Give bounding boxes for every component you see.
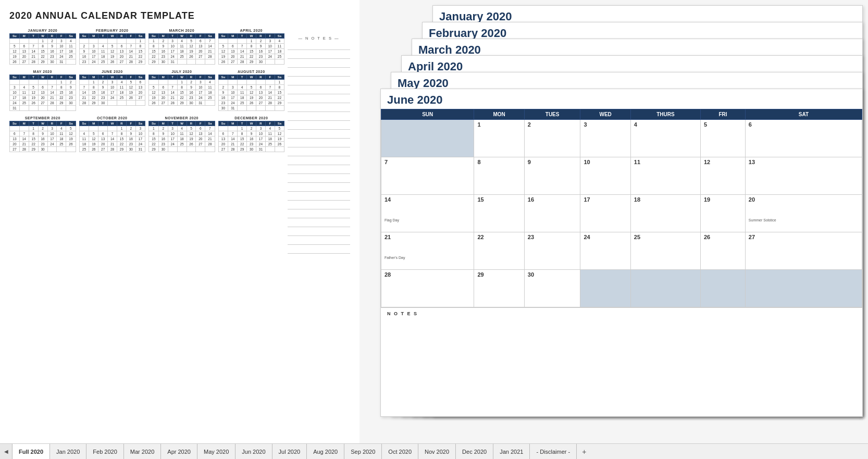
- mini-cal-title: DECEMBER 2020: [218, 116, 285, 120]
- mini-cal-table: SuMTWRFSa1234567891011121314151617181920…: [79, 75, 146, 106]
- june-header-cell: MON: [474, 109, 524, 120]
- notes-line: [288, 52, 350, 59]
- june-header-cell: WED: [580, 109, 630, 120]
- june-day-cell: 1: [474, 120, 524, 157]
- june-day-cell: [580, 270, 630, 307]
- notes-line: [288, 211, 350, 218]
- june-day-cell: 10: [580, 157, 630, 195]
- notes-line: [288, 193, 350, 201]
- tab-item-dec-2020[interactable]: Dec 2020: [456, 444, 493, 459]
- notes-line: [288, 149, 350, 156]
- mini-cal-title: APRIL 2020: [218, 29, 285, 32]
- event-fathers-day: Father's Day: [385, 256, 470, 259]
- tab-item-feb-2020[interactable]: Feb 2020: [86, 444, 123, 459]
- tab-item-jan-2020[interactable]: Jan 2020: [50, 444, 86, 459]
- june-day-cell: [381, 120, 474, 157]
- june-day-cell: 24: [580, 232, 630, 270]
- stacked-monthly-cal: June 2020SUNMONTUESWEDTHURSFRISAT1234567…: [380, 89, 863, 417]
- mini-cal-title: SEPTEMBER 2020: [9, 116, 76, 120]
- notes-line: [288, 60, 350, 68]
- june-day-cell: 13: [745, 157, 862, 195]
- tab-item-full-2020[interactable]: Full 2020: [13, 444, 50, 459]
- mini-cal-table: SuMTWRFSa1234567891011121314151617181920…: [9, 33, 76, 65]
- june-day-cell: 5: [701, 120, 746, 157]
- tab-item-nov-2020[interactable]: Nov 2020: [418, 444, 456, 459]
- tab-item---disclaimer--[interactable]: - Disclaimer -: [530, 444, 577, 459]
- mini-calendar: NOVEMBER 2020SuMTWRFSa123456789101112131…: [148, 116, 215, 152]
- notes-line: [288, 220, 350, 227]
- june-day-cell: 30: [524, 270, 580, 307]
- mini-cal-title: FEBRUARY 2020: [79, 29, 146, 32]
- notes-line: [288, 43, 350, 50]
- june-day-cell: 16: [524, 195, 580, 232]
- left-panel: 2020 ANNUAL CALENDAR TEMPLATE JANUARY 20…: [0, 0, 359, 443]
- june-header-cell: THURS: [630, 109, 700, 120]
- mini-calendar: SEPTEMBER 2020SuMTWRFSa12345678910111213…: [9, 116, 76, 152]
- june-day-cell: 19: [701, 195, 746, 232]
- june-day-cell: 23: [524, 232, 580, 270]
- months-row: MAY 2020SuMTWRFSa12345678910111213141516…: [9, 70, 284, 111]
- mini-calendar: OCTOBER 2020SuMTWRFSa1234567891011121314…: [79, 116, 146, 152]
- notes-line: [288, 122, 350, 130]
- june-day-cell: 4: [630, 120, 700, 157]
- june-day-cell: [745, 270, 862, 307]
- mini-cal-table: SuMTWRFSa1234567891011121314151617181920…: [148, 33, 215, 65]
- tab-item-jun-2020[interactable]: Jun 2020: [235, 444, 272, 459]
- tab-add-button[interactable]: +: [577, 444, 591, 459]
- june-day-cell: 2: [524, 120, 580, 157]
- june-day-cell: 14Flag Day: [381, 195, 474, 232]
- mini-calendar: JUNE 2020SuMTWRFSa1234567891011121314151…: [79, 70, 146, 111]
- tab-item-jul-2020[interactable]: Jul 2020: [272, 444, 307, 459]
- event-flag-day: Flag Day: [385, 218, 470, 222]
- june-day-cell: 6: [745, 120, 862, 157]
- tab-bar: ◀ Full 2020Jan 2020Feb 2020Mar 2020Apr 2…: [0, 443, 868, 459]
- notes-line: [288, 105, 350, 112]
- notes-lines: [288, 43, 350, 254]
- tab-item-may-2020[interactable]: May 2020: [197, 444, 235, 459]
- tab-item-jan-2021[interactable]: Jan 2021: [493, 444, 530, 459]
- notes-line: [288, 167, 350, 174]
- june-day-cell: [701, 270, 746, 307]
- right-panel: January 2020SUNMONTUESWEDTHURSFRISATFebr…: [359, 0, 868, 443]
- mini-calendar: APRIL 2020SuMTWRFSa123456789101112131415…: [218, 29, 285, 65]
- june-day-cell: 17: [580, 195, 630, 232]
- june-table: SUNMONTUESWEDTHURSFRISAT1234567891011121…: [381, 109, 862, 307]
- mini-cal-table: SuMTWRFSa1234567891011121314151617181920…: [218, 121, 285, 152]
- tab-item-mar-2020[interactable]: Mar 2020: [124, 444, 161, 459]
- june-day-cell: 8: [474, 157, 524, 195]
- june-header-cell: SUN: [381, 109, 474, 120]
- notes-line: [288, 96, 350, 103]
- notes-col: — N O T E S —: [288, 29, 350, 254]
- mini-cal-title: JANUARY 2020: [9, 29, 76, 32]
- main-area: 2020 ANNUAL CALENDAR TEMPLATE JANUARY 20…: [0, 0, 868, 443]
- tab-item-aug-2020[interactable]: Aug 2020: [307, 444, 344, 459]
- notes-line: [288, 69, 350, 77]
- june-day-cell: 7: [381, 157, 474, 195]
- notes-line: [288, 176, 350, 183]
- notes-label: — N O T E S —: [288, 36, 350, 41]
- mini-calendar: JULY 2020SuMTWRFSa1234567891011121314151…: [148, 70, 215, 111]
- tab-item-oct-2020[interactable]: Oct 2020: [382, 444, 418, 459]
- june-day-cell: 12: [701, 157, 746, 195]
- mini-cal-table: SuMTWRFSa1234567891011121314151617181920…: [9, 121, 76, 152]
- mini-cal-title: NOVEMBER 2020: [148, 116, 215, 120]
- mini-cal-title: MARCH 2020: [148, 29, 215, 32]
- tab-item-sep-2020[interactable]: Sep 2020: [344, 444, 382, 459]
- notes-line: [288, 87, 350, 94]
- annual-title: 2020 ANNUAL CALENDAR TEMPLATE: [9, 10, 350, 21]
- june-day-cell: 26: [701, 232, 746, 270]
- mini-cal-table: SuMTWRFSa1234567891011121314151617181920…: [9, 75, 76, 111]
- tab-item-apr-2020[interactable]: Apr 2020: [161, 444, 197, 459]
- june-day-cell: 21Father's Day: [381, 232, 474, 270]
- mini-cal-table: SuMTWRFSa1234567891011121314151617181920…: [148, 75, 215, 106]
- june-notes-bar: N O T E S: [381, 307, 862, 344]
- june-header-cell: TUES: [524, 109, 580, 120]
- mini-cal-table: SuMTWRFSa1234567891011121314151617181920…: [218, 33, 285, 65]
- june-day-cell: 28: [381, 270, 474, 307]
- tab-prev-button[interactable]: ◀: [0, 444, 13, 459]
- mini-cal-title: AUGUST 2020: [218, 70, 285, 73]
- june-day-cell: 3: [580, 120, 630, 157]
- notes-line: [288, 140, 350, 147]
- mini-cal-title: OCTOBER 2020: [79, 116, 146, 120]
- mini-calendar: DECEMBER 2020SuMTWRFSa123456789101112131…: [218, 116, 285, 152]
